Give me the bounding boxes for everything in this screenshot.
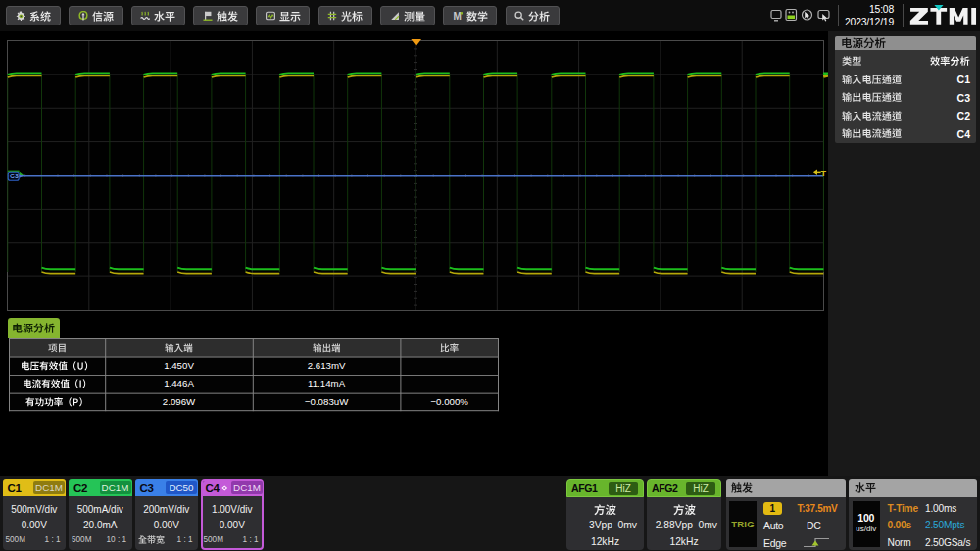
svg-text:C3: C3 (10, 173, 19, 179)
svg-text:T: T (821, 169, 827, 178)
svg-text:M: M (453, 11, 461, 21)
